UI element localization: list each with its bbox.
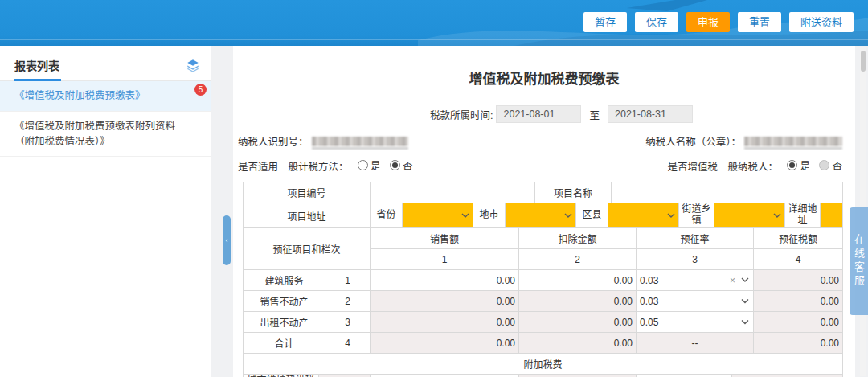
- surcharge-section-header: 附加税费: [244, 354, 843, 375]
- period-start-input[interactable]: [496, 105, 581, 123]
- temp-save-button[interactable]: 暂存: [583, 12, 627, 32]
- form-title: 增值税及附加税费预缴表: [233, 68, 855, 88]
- col-num: 1: [371, 249, 519, 270]
- attachments-button[interactable]: 附送资料: [789, 12, 854, 32]
- tax-period-row: 税款所属时间: 至: [430, 105, 855, 123]
- project-no-value-cell[interactable]: [371, 182, 535, 203]
- layers-icon[interactable]: [186, 58, 200, 72]
- col-item-header: 预征项目和栏次: [244, 228, 371, 270]
- rate-readonly-cell: --: [637, 333, 754, 354]
- chevron-down-icon: [667, 213, 675, 219]
- online-service-tab[interactable]: 在线客服: [850, 207, 868, 315]
- sidebar-item-label: 《增值税及附加税费预缴表》: [14, 90, 145, 101]
- col-deduction-header: 扣除金额: [519, 228, 637, 249]
- row-line-no: 2: [326, 291, 371, 312]
- rate-select[interactable]: 0.03 ×: [637, 270, 754, 291]
- tax-readonly-cell: 0.00: [754, 291, 843, 312]
- taxpayer-id-value-redacted: [312, 137, 408, 149]
- radio-label: 否: [403, 158, 413, 173]
- sales-readonly-cell: 0.00: [371, 291, 519, 312]
- col-num: 2: [519, 249, 637, 270]
- chevron-down-icon: [773, 213, 781, 219]
- deduction-readonly-cell: 0.00: [519, 312, 637, 333]
- table-row: 销售不动产 2 0.00 0.00 0.03 0.00: [244, 291, 843, 312]
- general-taxpayer-yes-radio[interactable]: 是: [787, 158, 810, 173]
- local-edu-value: 0.00: [732, 375, 843, 377]
- chevron-down-icon: [461, 213, 469, 219]
- project-name-value-cell[interactable]: [612, 182, 843, 203]
- detail-address-input[interactable]: [821, 203, 842, 227]
- deduction-readonly-cell: 0.00: [519, 333, 637, 354]
- street-select[interactable]: [714, 203, 785, 227]
- sales-input-cell[interactable]: 0.00: [371, 270, 519, 291]
- chevron-left-icon: ‹: [226, 236, 228, 244]
- city-select[interactable]: [506, 203, 576, 227]
- col-tax-header: 预征税额: [754, 228, 843, 249]
- taxpayer-name-label: 纳税人名称（公章）：: [645, 133, 741, 149]
- radio-label: 是: [371, 158, 381, 173]
- general-taxpayer-no-radio[interactable]: 否: [819, 158, 842, 173]
- tax-readonly-cell: 0.00: [754, 270, 843, 291]
- taxpayer-name-value-redacted: [744, 137, 842, 149]
- sidebar-item-label: 《增值税及附加税费预缴表附列资料（附加税费情况表）》: [14, 121, 175, 147]
- general-taxpayer-label: 是否增值税一般纳税人：: [667, 162, 778, 173]
- row-line-no: 3: [326, 312, 371, 333]
- chevron-down-icon: [741, 319, 749, 325]
- save-button[interactable]: 保存: [635, 12, 678, 32]
- online-service-label: 在线客服: [851, 234, 866, 289]
- rate-value: 0.05: [640, 317, 658, 328]
- city-tax-value: 0.00: [319, 375, 371, 377]
- tax-readonly-cell: 0.00: [754, 333, 843, 354]
- chevron-down-icon: [741, 277, 749, 283]
- period-end-input[interactable]: [608, 105, 693, 123]
- table-row: 出租不动产 3 0.00 0.00 0.05 0.00: [244, 312, 843, 333]
- edu-fee-value: 0.00: [519, 375, 637, 377]
- sidebar-title: 报表列表: [14, 57, 59, 73]
- city-tax-label: 城市维护建设税实际预缴税(费)额: [244, 375, 319, 377]
- sidebar-collapse-handle[interactable]: ‹: [223, 215, 231, 265]
- general-method-no-radio[interactable]: 否: [390, 158, 413, 173]
- radio-label: 否: [832, 158, 842, 173]
- taxpayer-info-row: 纳税人识别号： 纳税人名称（公章）：: [238, 133, 842, 149]
- report-list-sidebar: 报表列表 《增值税及附加税费预缴表》 5 《增值税及附加税费预缴表附列资料（附加…: [0, 46, 211, 377]
- row-line-no: 1: [326, 270, 371, 291]
- taxpayer-id-label: 纳税人识别号：: [238, 133, 309, 149]
- province-select[interactable]: [403, 203, 473, 227]
- radio-icon: [787, 160, 797, 170]
- rate-value: 0.03: [640, 296, 658, 307]
- radio-icon: [819, 160, 829, 170]
- clear-icon[interactable]: ×: [730, 276, 735, 285]
- row-name: 销售不动产: [244, 291, 326, 312]
- error-count-badge: 5: [194, 84, 207, 96]
- tax-period-label: 税款所属时间:: [430, 107, 493, 122]
- district-select[interactable]: [608, 203, 679, 227]
- col-sales-header: 销售额: [371, 228, 519, 249]
- reset-button[interactable]: 重置: [738, 12, 781, 32]
- general-method-yes-radio[interactable]: 是: [358, 158, 381, 173]
- sidebar-header: 报表列表: [0, 46, 211, 81]
- chevron-down-icon: [564, 213, 572, 219]
- sidebar-item-prepay-attachment[interactable]: 《增值税及附加税费预缴表附列资料（附加税费情况表）》: [0, 112, 211, 158]
- form-panel: 增值税及附加税费预缴表 税款所属时间: 至 纳税人识别号： 纳税人名称（公章）：…: [233, 46, 855, 377]
- general-method-label: 是否适用一般计税方法：: [238, 162, 349, 173]
- chevron-down-icon: [741, 298, 749, 304]
- sales-readonly-cell: 0.00: [371, 333, 519, 354]
- prepay-items-table: 预征项目和栏次 销售额 扣除金额 预征率 预征税额 1 2 3 4 建筑服务 1…: [243, 227, 843, 354]
- col-rate-header: 预征率: [637, 228, 754, 249]
- row-name: 合计: [244, 333, 326, 354]
- project-name-label: 项目名称: [535, 182, 612, 203]
- vertical-scrollbar-thumb[interactable]: [861, 51, 866, 72]
- method-radios-row: 是否适用一般计税方法： 是 否 是否增值税一般纳税人： 是 否: [238, 158, 842, 174]
- project-address-cell: 省份 地市 区县 街道乡镇: [371, 203, 843, 228]
- project-no-label: 项目编号: [244, 182, 371, 203]
- sidebar-item-prepay-form[interactable]: 《增值税及附加税费预缴表》 5: [0, 81, 211, 112]
- deduction-input-cell[interactable]: 0.00: [519, 270, 637, 291]
- col-num: 4: [754, 249, 843, 270]
- rate-select[interactable]: 0.03: [637, 291, 754, 312]
- period-to-label: 至: [589, 107, 600, 122]
- declare-button[interactable]: 申报: [686, 12, 730, 32]
- deduction-readonly-cell: 0.00: [519, 291, 637, 312]
- row-name: 出租不动产: [244, 312, 326, 333]
- rate-select[interactable]: 0.05: [637, 312, 754, 333]
- project-address-label: 项目地址: [244, 203, 371, 228]
